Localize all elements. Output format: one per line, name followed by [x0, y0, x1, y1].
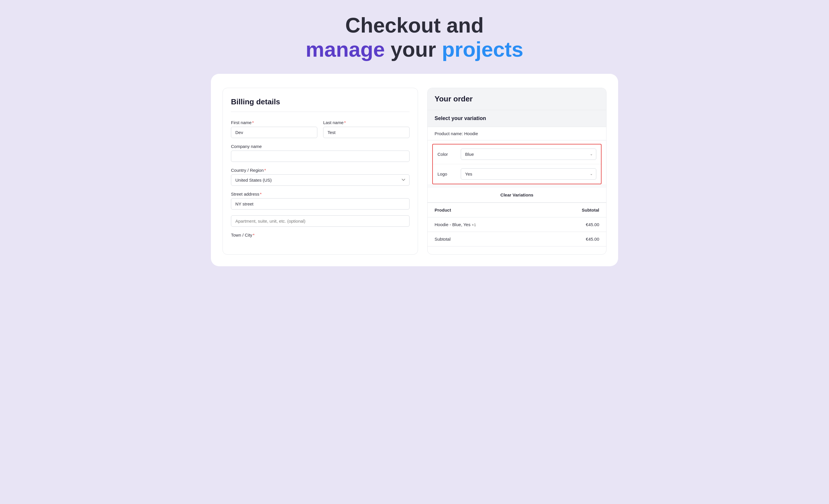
company-name-label: Company name: [231, 144, 409, 149]
clear-variations-row: Clear Variations: [428, 188, 606, 203]
first-name-group: First name*: [231, 120, 317, 138]
hero-your-text: your: [391, 38, 436, 61]
product-name-row: Product name: Hoodie: [428, 127, 606, 141]
apt-group: [231, 216, 409, 227]
country-label: Country / Region*: [231, 168, 409, 172]
variation-section: Select your variation Product name: Hood…: [428, 110, 606, 203]
city-group: Town / City*: [231, 233, 409, 239]
clear-variations-button[interactable]: Clear Variations: [500, 192, 533, 197]
variation-section-title: Select your variation: [428, 110, 606, 127]
required-star-2: *: [344, 120, 346, 125]
logo-label: Logo: [437, 171, 461, 177]
required-star-5: *: [253, 233, 254, 237]
product-col-header: Product: [435, 207, 451, 212]
order-table-subtotal-row: Subtotal €45.00: [428, 232, 606, 246]
hero-header: Checkout and manage your projects: [0, 0, 829, 74]
logo-select[interactable]: Yes: [461, 168, 596, 180]
order-table-header-row: Product Subtotal: [428, 203, 606, 218]
quantity-symbol: ×1: [472, 223, 476, 227]
street-input[interactable]: [231, 198, 409, 209]
subtotal-label: Subtotal: [435, 237, 450, 241]
hero-projects: projects: [442, 38, 523, 61]
variation-options-box: Color Blue ⌄ Logo Yes: [432, 144, 602, 184]
required-star-3: *: [264, 168, 266, 172]
last-name-label: Last name*: [323, 120, 409, 125]
apt-input[interactable]: [231, 216, 409, 227]
country-group: Country / Region* United States (US): [231, 168, 409, 186]
city-label: Town / City*: [231, 233, 409, 237]
first-name-input[interactable]: [231, 127, 317, 138]
billing-title: Billing details: [231, 98, 409, 112]
logo-select-wrapper: Yes ⌄: [461, 168, 596, 180]
required-star: *: [252, 120, 254, 125]
logo-row: Logo Yes ⌄: [433, 164, 601, 184]
name-row: First name* Last name*: [231, 120, 409, 138]
main-card: Billing details First name* Last name* C…: [211, 74, 618, 266]
street-group: Street address*: [231, 192, 409, 209]
hero-manage: manage: [306, 38, 385, 61]
last-name-input[interactable]: [323, 127, 409, 138]
product-price-cell: €45.00: [586, 222, 599, 227]
last-name-group: Last name*: [323, 120, 409, 138]
street-label: Street address*: [231, 192, 409, 196]
hero-title-line1: Checkout and: [6, 14, 823, 37]
order-title: Your order: [435, 94, 599, 104]
color-select-wrapper: Blue ⌄: [461, 149, 596, 160]
subtotal-value: €45.00: [586, 237, 599, 241]
order-section: Your order Select your variation Product…: [427, 88, 607, 255]
billing-section: Billing details First name* Last name* C…: [222, 88, 418, 255]
color-label: Color: [437, 152, 461, 157]
required-star-4: *: [260, 192, 262, 196]
hero-title-line2: manage your projects: [6, 37, 823, 62]
country-select[interactable]: United States (US): [231, 175, 409, 186]
order-header: Your order: [428, 88, 606, 110]
color-select[interactable]: Blue: [461, 149, 596, 160]
subtotal-col-header: Subtotal: [582, 207, 599, 212]
product-name-cell: Hoodie - Blue, Yes ×1: [435, 222, 476, 227]
company-name-group: Company name: [231, 144, 409, 162]
order-table: Product Subtotal Hoodie - Blue, Yes ×1 €…: [428, 203, 606, 246]
company-name-input[interactable]: [231, 151, 409, 162]
order-table-product-row: Hoodie - Blue, Yes ×1 €45.00: [428, 218, 606, 232]
color-row: Color Blue ⌄: [433, 145, 601, 164]
first-name-label: First name*: [231, 120, 317, 125]
